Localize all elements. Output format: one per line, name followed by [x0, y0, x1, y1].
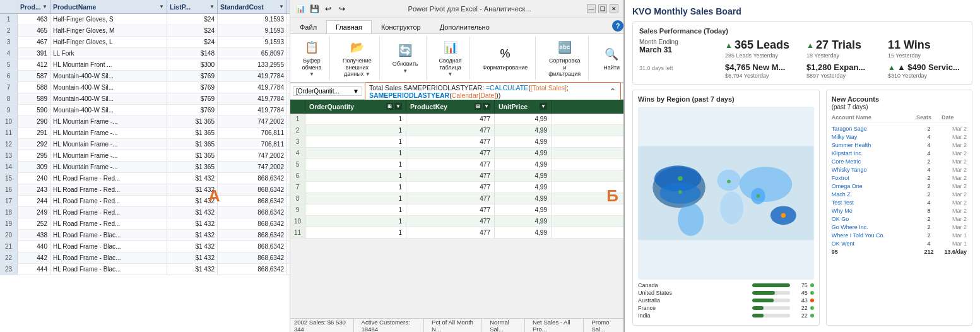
na-account-name[interactable]: Core Metric [832, 158, 916, 165]
na-account-name[interactable]: Why Me [832, 208, 916, 214]
table-row[interactable]: 20 438 HL Road Frame - Blac... $1 432 86… [0, 230, 290, 241]
pp-table-row[interactable]: 4 1 477 4,99 [290, 148, 623, 159]
table-row[interactable]: 7 588 Mountain-400-W Sil... $769 419,778… [0, 82, 290, 93]
table-row[interactable]: 8 589 Mountain-400-W Sil... $769 419,778… [0, 93, 290, 105]
na-account-name[interactable]: OK Go [832, 216, 916, 222]
table-row[interactable]: 17 244 HL Road Frame - Red... $1 432 868… [0, 196, 290, 207]
excel-col-header-std[interactable]: StandardCost ▼ [218, 0, 287, 13]
table-row[interactable]: 18 249 HL Road Frame - Red... $1 432 868… [0, 207, 290, 218]
pp-col-oq-filter[interactable]: ⊞ [386, 103, 393, 110]
excel-col-header-prod[interactable]: Prod... ▼ [18, 0, 50, 13]
wins-sub: 15 Yesterday [888, 52, 965, 59]
na-account-name[interactable]: Taragon Sage [832, 126, 916, 132]
pp-col-oq-arrow[interactable]: ▼ [394, 103, 402, 110]
pp-minimize-button[interactable]: — [587, 4, 596, 13]
pp-table-row[interactable]: 10 1 477 4,99 [290, 216, 623, 227]
pp-btn-refresh[interactable]: 🔄 Обновить ▼ [390, 40, 421, 76]
na-account-name[interactable]: Foxtrot [832, 175, 916, 181]
pp-tab-home[interactable]: Главная [326, 20, 372, 33]
pp-col-pk-arrow[interactable]: ▼ [483, 103, 490, 110]
pp-btn-find[interactable]: 🔍 Найти [599, 44, 624, 73]
pp-save-icon[interactable]: 💾 [309, 4, 319, 14]
table-row[interactable]: 14 309 HL Mountain Frame -... $1 365 747… [0, 162, 290, 173]
na-account-name[interactable]: Whisky Tango [832, 167, 916, 173]
excel-col-header-list[interactable]: ListP... ▼ [167, 0, 218, 13]
pp-tab-file[interactable]: Файл [290, 20, 326, 33]
pp-name-box-arrow[interactable]: ▼ [353, 88, 359, 95]
pp-btn-clipboard[interactable]: 📋 Буферобмена ▼ [299, 37, 324, 79]
na-account-name[interactable]: Milky Way [832, 134, 916, 140]
table-row[interactable]: 12 292 HL Mountain Frame -... $1 365 706… [0, 139, 290, 150]
pp-formula-expand-icon[interactable]: ⌃ [609, 86, 617, 97]
table-row[interactable]: 9 590 Mountain-400-W Sil... $769 419,778… [0, 105, 290, 116]
std-cost-cell: 706,811 [218, 139, 287, 150]
na-account-name[interactable]: Mach Z. [832, 191, 916, 198]
pp-table-row[interactable]: 6 1 477 4,99 [290, 170, 623, 182]
table-row[interactable]: 5 412 HL Mountain Front ... $300 133,295… [0, 59, 290, 71]
table-row[interactable]: 23 444 HL Road Frame - Blac... $1 432 86… [0, 264, 290, 275]
region-table: Canada 75 United States 45 Australia 43 … [638, 282, 814, 320]
pp-table-row[interactable]: 9 1 477 4,99 [290, 205, 623, 216]
metric-expansion-top: $1,280 Expan... [806, 62, 884, 72]
pp-col-up-arrow[interactable]: ▼ [540, 103, 547, 110]
na-account-name[interactable]: Go Where Inc. [832, 224, 916, 230]
pp-table-row[interactable]: 7 1 477 4,99 [290, 182, 623, 193]
na-date: Mar 2 [942, 134, 967, 140]
pp-table-row[interactable]: 3 1 477 4,99 [290, 136, 623, 148]
pp-btn-getdata[interactable]: 📂 Получениевнешних данных ▼ [340, 37, 374, 79]
na-account-name[interactable]: Summer Health [832, 142, 916, 148]
list-price-cell: $1 365 [167, 116, 218, 127]
pp-col-pk-filter[interactable]: ⊞ [475, 103, 481, 110]
table-row[interactable]: 21 440 HL Road Frame - Blac... $1 432 86… [0, 241, 290, 252]
pp-oq-cell: 1 [305, 182, 406, 193]
table-row[interactable]: 13 295 HL Mountain Frame -... $1 365 747… [0, 150, 290, 162]
table-row[interactable]: 15 240 HL Road Frame - Red... $1 432 868… [0, 173, 290, 184]
table-row[interactable]: 1 463 Half-Finger Gloves, S $24 9,1593 [0, 14, 290, 25]
pp-tab-advanced[interactable]: Дополнительно [430, 20, 499, 33]
pp-col-productkey[interactable]: ProductKey ⊞ ▼ [406, 100, 495, 113]
na-account-name[interactable]: Where I Told You Co. [832, 232, 916, 239]
table-row[interactable]: 10 290 HL Mountain Frame -... $1 365 747… [0, 116, 290, 127]
pp-undo-icon[interactable]: ↩ [323, 4, 333, 14]
pp-table-row[interactable]: 2 1 477 4,99 [290, 125, 623, 136]
pp-redo-icon[interactable]: ↪ [337, 4, 347, 14]
excel-filter-prod[interactable]: ▼ [42, 4, 47, 9]
table-row[interactable]: 19 252 HL Road Frame - Red... $1 432 868… [0, 218, 290, 230]
sales-performance-section: Sales Performance (Today) Month Ending M… [632, 21, 972, 85]
excel-filter-list[interactable]: ▼ [210, 4, 215, 9]
na-account-name[interactable]: Klipstart Inc. [832, 150, 916, 157]
pp-group-getdata: 📂 Получениевнешних данных ▼ [335, 37, 380, 80]
table-row[interactable]: 4 391 LL Fork $148 65,8097 [0, 48, 290, 59]
table-row[interactable]: 2 465 Half-Finger Gloves, M $24 9,1593 [0, 25, 290, 37]
pp-col-unitprice[interactable]: UnitPrice ▼ [495, 100, 552, 113]
na-account-name[interactable]: Omega One [832, 183, 916, 189]
na-date: Mar 2 [942, 158, 967, 165]
pp-formula-content[interactable]: Total Sales SAMEPERIODLASTYEAR: =CALCULA… [365, 82, 621, 101]
pp-table-row[interactable]: 11 1 477 4,99 [290, 227, 623, 239]
table-row[interactable]: 16 243 HL Road Frame - Red... $1 432 868… [0, 184, 290, 196]
table-row[interactable]: 3 467 Half-Finger Gloves, L $24 9,1593 [0, 37, 290, 48]
pp-restore-button[interactable]: ❑ [598, 4, 607, 13]
excel-filter-std[interactable]: ▼ [279, 4, 284, 9]
pp-row-num: 4 [290, 148, 305, 158]
sales-perf-grid: Month Ending March 31 ▲ 365 Leads 285 Le… [639, 39, 965, 59]
pp-btn-pivot[interactable]: 📊 Своднаятаблица ▼ [437, 37, 464, 79]
na-account-name[interactable]: OK Went [832, 240, 916, 247]
pp-table-row[interactable]: 5 1 477 4,99 [290, 159, 623, 170]
pp-close-button[interactable]: ✕ [610, 4, 618, 13]
na-account-name[interactable]: Test Test [832, 199, 916, 206]
table-row[interactable]: 22 442 HL Road Frame - Blac... $1 432 86… [0, 252, 290, 264]
table-row[interactable]: 6 587 Mountain-400-W Sil... $769 419,778… [0, 71, 290, 82]
pp-tab-design[interactable]: Конструктор [372, 20, 430, 33]
excel-col-header-name[interactable]: ProductName ▼ [50, 0, 167, 13]
pp-help-button[interactable]: ? [612, 20, 623, 32]
table-row[interactable]: 11 291 HL Mountain Frame -... $1 365 706… [0, 127, 290, 139]
pp-name-box[interactable]: [OrderQuantit... ▼ [293, 86, 362, 96]
pp-col-orderquantity[interactable]: OrderQuantity ⊞ ▼ [305, 100, 406, 113]
pp-btn-format[interactable]: % Форматирование [480, 44, 531, 73]
pp-table-row[interactable]: 8 1 477 4,99 [290, 193, 623, 205]
pp-table-row[interactable]: 1 1 477 4,99 [290, 114, 623, 125]
pp-btn-sort[interactable]: 🔤 Сортировка ифильтрация [546, 37, 583, 79]
excel-filter-name[interactable]: ▼ [159, 4, 164, 9]
na-seats: 2 [916, 183, 942, 189]
